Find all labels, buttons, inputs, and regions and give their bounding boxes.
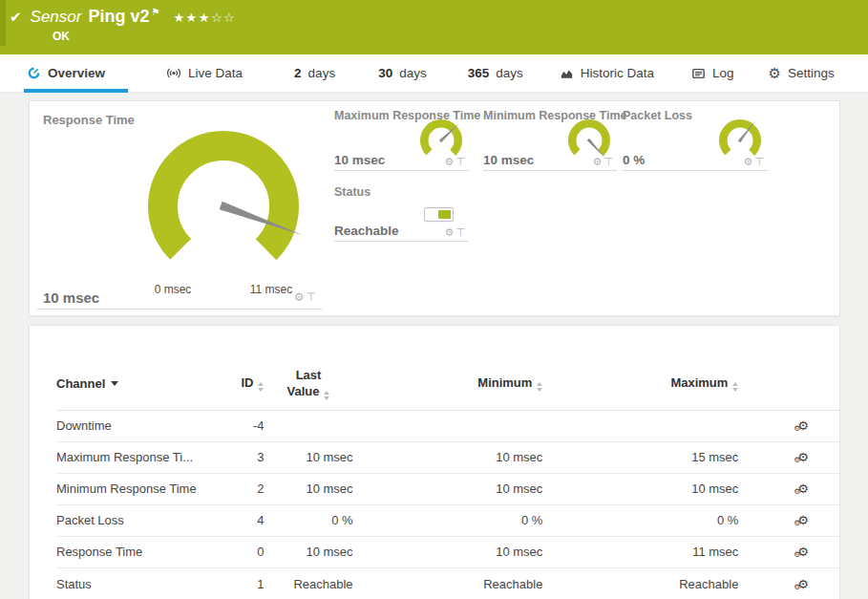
channel-pin-icon[interactable]: ⊤ bbox=[307, 290, 318, 304]
channel-last-value bbox=[264, 410, 352, 441]
channel-minimum: 10 msec bbox=[353, 473, 543, 504]
area-chart-icon bbox=[560, 67, 574, 80]
channel-pin-icon[interactable]: ⊤ bbox=[603, 156, 615, 167]
object-type-label: Sensor bbox=[31, 8, 82, 27]
maximum-response-time-gauge bbox=[413, 116, 469, 161]
channel-minimum: Reachable bbox=[353, 567, 543, 599]
channel-id: 1 bbox=[232, 567, 264, 599]
log-list-icon bbox=[691, 67, 706, 80]
column-header-maximum[interactable]: Maximum bbox=[542, 368, 738, 410]
sort-desc-icon bbox=[111, 381, 118, 386]
channel-pin-icon[interactable]: ⊤ bbox=[455, 226, 467, 238]
tab-settings-label: Settings bbox=[788, 66, 835, 80]
channel-pin-icon[interactable]: ⊤ bbox=[754, 156, 766, 167]
column-label: Last bbox=[296, 368, 322, 382]
tab-historic-data-label: Historic Data bbox=[581, 66, 654, 80]
channel-maximum: 11 msec bbox=[542, 536, 738, 567]
channel-name: Packet Loss bbox=[56, 504, 232, 536]
tab-overview[interactable]: Overview bbox=[27, 54, 128, 93]
gauge-icon bbox=[27, 66, 41, 80]
tab-overview-label: Overview bbox=[48, 66, 105, 80]
gear-icon: ⚙ bbox=[794, 550, 800, 559]
channel-name: Minimum Response Time bbox=[56, 473, 232, 504]
tab-365-days[interactable]: 365 days bbox=[468, 54, 523, 93]
sensor-header: ✔ Sensor Ping v2 ⚑ ★★★☆☆ OK bbox=[0, 0, 868, 54]
table-row-minimum-response-time: Minimum Response Time 2 10 msec 10 msec … bbox=[56, 473, 839, 504]
channel-settings-icon[interactable]: ⚙⚙ bbox=[797, 450, 809, 464]
channel-name: Maximum Response Ti... bbox=[56, 441, 232, 473]
channel-name: Status bbox=[56, 567, 232, 599]
channel-name: Downtime bbox=[56, 410, 232, 441]
gauge-value: Reachable bbox=[334, 224, 399, 238]
gear-icon: ⚙ bbox=[794, 487, 800, 496]
channel-last-value: 10 msec bbox=[264, 441, 352, 473]
column-header-last-value[interactable]: Last Value bbox=[264, 368, 352, 410]
gauges-panel: Response Time 0 msec 11 msec 10 msec ⚙⊤ … bbox=[29, 100, 840, 316]
channel-gear-icon[interactable]: ⚙ bbox=[294, 290, 307, 304]
tab-30-days[interactable]: 30 days bbox=[378, 54, 427, 93]
channel-id: 0 bbox=[232, 536, 264, 567]
tab-log[interactable]: Log bbox=[691, 54, 734, 93]
gauge-label: Response Time bbox=[43, 113, 135, 127]
tab-live-data-label: Live Data bbox=[188, 66, 243, 80]
table-row-response-time: Response Time 0 10 msec 10 msec 11 msec … bbox=[56, 536, 839, 567]
channel-maximum: 0 % bbox=[542, 504, 738, 536]
gauge-block-minimum-response-time: Minimum Response Time 10 msec ⚙⊤ bbox=[483, 107, 617, 171]
channel-settings-icon[interactable]: ⚙⚙ bbox=[797, 513, 809, 527]
tab-30-days-label: days bbox=[399, 66, 427, 80]
channel-gear-icon[interactable]: ⚙ bbox=[593, 156, 604, 167]
channel-gear-icon[interactable]: ⚙ bbox=[445, 156, 456, 167]
channel-maximum: Reachable bbox=[542, 567, 738, 599]
priority-flag-icon[interactable]: ⚑ bbox=[151, 7, 159, 17]
channel-last-value: 10 msec bbox=[264, 473, 352, 504]
channel-maximum: 15 msec bbox=[542, 441, 738, 473]
column-label: Value bbox=[287, 384, 320, 398]
gauge-value: 10 msec bbox=[483, 153, 534, 167]
tab-log-label: Log bbox=[712, 66, 734, 80]
gauge-value: 10 msec bbox=[334, 153, 385, 167]
tab-bar: Overview Live Data 2 days 30 days 365 da… bbox=[0, 54, 868, 93]
tab-live-data[interactable]: Live Data bbox=[166, 54, 243, 93]
channel-minimum: 0 % bbox=[353, 504, 543, 536]
tab-historic-data[interactable]: Historic Data bbox=[560, 54, 654, 93]
table-row-packet-loss: Packet Loss 4 0 % 0 % 0 % ⚙⚙ bbox=[56, 504, 839, 536]
priority-stars[interactable]: ★★★☆☆ bbox=[173, 11, 236, 25]
column-label: Minimum bbox=[477, 375, 532, 390]
gauge-block-maximum-response-time: Maximum Response Time 10 msec ⚙⊤ bbox=[334, 107, 469, 171]
settings-gear-icon: ⚙ bbox=[769, 66, 781, 80]
tab-settings[interactable]: ⚙ Settings bbox=[769, 54, 835, 93]
status-toggle-knob bbox=[438, 210, 451, 219]
channel-gear-icon[interactable]: ⚙ bbox=[445, 226, 456, 238]
channel-settings-icon[interactable]: ⚙⚙ bbox=[797, 481, 809, 496]
table-row-status: Status 1 Reachable Reachable Reachable ⚙… bbox=[56, 567, 839, 599]
channel-gear-icon[interactable]: ⚙ bbox=[744, 156, 755, 167]
gauge-label: Packet Loss bbox=[623, 109, 692, 122]
tab-365-days-label: days bbox=[496, 66, 523, 80]
column-label: Channel bbox=[56, 376, 105, 391]
ok-check-icon: ✔ bbox=[10, 9, 22, 26]
channel-id: -4 bbox=[232, 410, 264, 441]
channel-settings-icon[interactable]: ⚙⚙ bbox=[797, 577, 809, 591]
gauge-block-response-time: Response Time 0 msec 11 msec 10 msec ⚙⊤ bbox=[37, 107, 322, 310]
tab-30-days-number: 30 bbox=[378, 66, 392, 80]
column-label: ID bbox=[241, 375, 253, 390]
channel-minimum: 10 msec bbox=[353, 536, 543, 567]
gauge-value: 10 msec bbox=[43, 289, 99, 306]
channel-id: 3 bbox=[232, 441, 264, 473]
channel-last-value: 0 % bbox=[264, 504, 352, 536]
channel-name: Response Time bbox=[56, 536, 232, 567]
channel-settings-icon[interactable]: ⚙⚙ bbox=[797, 545, 809, 559]
tab-2-days[interactable]: 2 days bbox=[294, 54, 335, 93]
table-header-row: Channel ID Last Value Minimum Maximum bbox=[56, 368, 839, 410]
column-header-channel[interactable]: Channel bbox=[56, 368, 232, 410]
column-header-id[interactable]: ID bbox=[232, 368, 264, 410]
status-badge: OK bbox=[53, 30, 868, 43]
channel-pin-icon[interactable]: ⊤ bbox=[455, 156, 467, 167]
channel-minimum: 10 msec bbox=[353, 441, 543, 473]
gauge-block-status: Status Reachable ⚙⊤ bbox=[334, 183, 469, 242]
channel-settings-icon[interactable]: ⚙⚙ bbox=[797, 418, 809, 433]
tab-2-days-number: 2 bbox=[294, 66, 302, 80]
gear-icon: ⚙ bbox=[794, 583, 800, 591]
column-header-minimum[interactable]: Minimum bbox=[353, 368, 543, 410]
gear-icon: ⚙ bbox=[794, 456, 800, 464]
